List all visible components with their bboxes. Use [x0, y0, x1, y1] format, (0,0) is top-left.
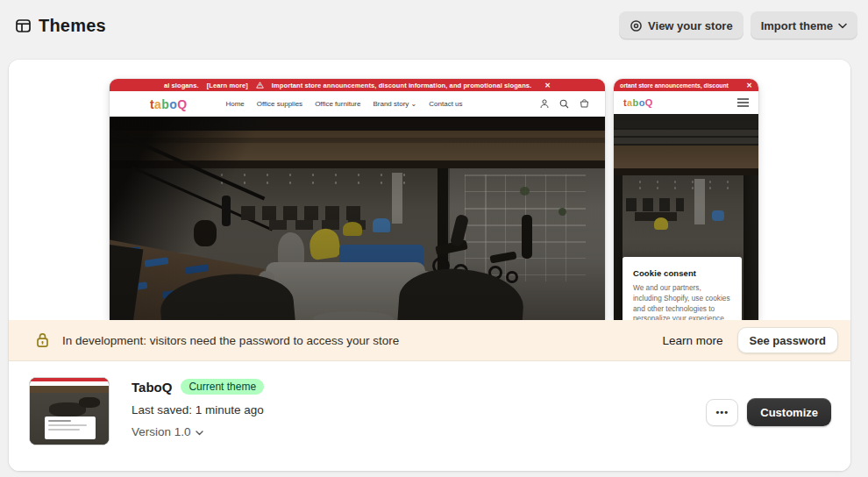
thumbnail-image: [30, 386, 109, 393]
page-title-group: Themes: [16, 16, 106, 36]
logo-letter: Q: [645, 97, 653, 108]
storefront-nav-links: HomeOffice suppliesOffice furnitureBrand…: [225, 100, 462, 108]
eye-icon: [630, 19, 643, 32]
logo-letter: b: [161, 97, 169, 111]
page-title: Themes: [39, 16, 106, 36]
mobile-preview[interactable]: ortant store announcements, discount ✕ t…: [614, 79, 758, 320]
page-header: Themes View your store Import theme: [0, 0, 868, 51]
search-icon[interactable]: [559, 99, 569, 109]
announcement-message: Important store announcements, discount …: [272, 82, 531, 89]
storefront-nav-bar: taboQ HomeOffice suppliesOffice furnitur…: [110, 91, 605, 117]
banner-message: In development: visitors need the passwo…: [62, 334, 399, 347]
storefront-nav-item[interactable]: Home: [225, 100, 244, 108]
current-theme-badge: Current theme: [181, 379, 264, 395]
desktop-preview[interactable]: al slogans. [Learn more] Important store…: [110, 79, 605, 320]
header-actions: View your store Import theme: [619, 11, 857, 39]
import-theme-label: Import theme: [761, 19, 833, 32]
logo-letter: o: [169, 97, 177, 111]
cookie-consent-body: We and our partners, including Shopify, …: [633, 283, 731, 320]
warning-icon: [256, 82, 264, 89]
version-label: Version 1.0: [132, 425, 191, 438]
chevron-down-icon: [838, 23, 847, 29]
storefront-nav-item[interactable]: Brand story ⌄: [373, 100, 416, 108]
announcement-fragment: al slogans.: [164, 82, 199, 89]
see-password-button[interactable]: See password: [737, 327, 838, 353]
logo-letter: o: [639, 97, 645, 108]
storefront-logo: taboQ: [150, 97, 187, 111]
close-icon[interactable]: ✕: [746, 82, 752, 89]
themes-icon: [16, 19, 31, 32]
storefront-logo: taboQ: [623, 97, 653, 108]
cookie-consent-dialog: Cookie consent We and our partners, incl…: [623, 257, 742, 320]
storefront-nav-item[interactable]: Contact us: [429, 100, 462, 108]
mobile-storefront-nav-bar: taboQ: [614, 91, 758, 114]
menu-icon[interactable]: [737, 95, 749, 110]
lock-icon: [35, 332, 50, 348]
import-theme-button[interactable]: Import theme: [751, 11, 857, 39]
storefront-hero-image: [110, 117, 605, 320]
logo-letter: b: [633, 97, 639, 108]
theme-name: TaboQ: [132, 380, 172, 395]
cart-icon[interactable]: [580, 99, 589, 109]
view-your-store-button[interactable]: View your store: [619, 11, 743, 39]
development-banner: In development: visitors need the passwo…: [9, 320, 850, 361]
storefront-nav-item[interactable]: Office furniture: [315, 100, 360, 108]
theme-thumbnail[interactable]: [29, 377, 110, 445]
storefront-nav-icons: [540, 99, 589, 109]
close-icon[interactable]: ✕: [544, 82, 551, 89]
view-your-store-label: View your store: [648, 19, 733, 32]
more-actions-button[interactable]: •••: [706, 399, 738, 426]
last-saved-text: Last saved: 1 minute ago: [132, 403, 264, 416]
theme-info: TaboQ Current theme Last saved: 1 minute…: [132, 377, 264, 438]
mobile-announcement-bar: ortant store announcements, discount ✕: [614, 79, 758, 91]
announcement-learn-more-link[interactable]: [Learn more]: [207, 82, 248, 89]
chevron-down-icon: [196, 425, 203, 438]
version-dropdown[interactable]: Version 1.0: [132, 425, 203, 438]
customize-button[interactable]: Customize: [747, 398, 831, 426]
announcement-bar: al slogans. [Learn more] Important store…: [110, 79, 605, 91]
learn-more-link[interactable]: Learn more: [663, 334, 723, 347]
logo-letter: Q: [177, 97, 187, 111]
theme-preview-area: al slogans. [Learn more] Important store…: [9, 60, 850, 320]
cookie-consent-title: Cookie consent: [633, 268, 731, 278]
themes-card: al slogans. [Learn more] Important store…: [9, 60, 850, 471]
account-icon[interactable]: [540, 99, 549, 109]
mobile-announcement-message: ortant store announcements, discount: [620, 82, 729, 89]
thumbnail-cookie-dialog: [45, 416, 96, 439]
mobile-storefront-hero-image: Cookie consent We and our partners, incl…: [614, 114, 758, 320]
thumbnail-image: [79, 397, 100, 408]
theme-row-actions: ••• Customize: [706, 398, 831, 426]
storefront-nav-item[interactable]: Office supplies: [257, 100, 302, 108]
current-theme-row: TaboQ Current theme Last saved: 1 minute…: [9, 361, 850, 471]
